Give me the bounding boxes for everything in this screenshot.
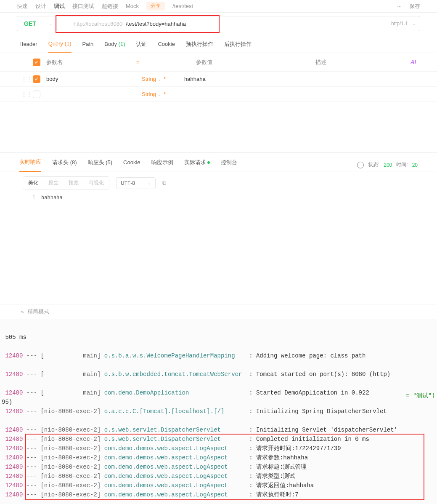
- console-line: 12480 --- [nio-8080-exec-2] com.demo.dem…: [2, 472, 437, 481]
- method-label: GET: [24, 20, 36, 27]
- tab-console[interactable]: 控制台: [221, 159, 237, 171]
- tab-realtime[interactable]: 实时响应: [19, 158, 41, 172]
- console-line: 12480 --- [ main] com.demo.DemoApplicati…: [2, 388, 437, 397]
- globe-icon[interactable]: [357, 162, 364, 168]
- status-code: 200: [384, 162, 392, 168]
- console-line: 12480 --- [ main] o.s.b.w.embedded.tomca…: [2, 370, 437, 379]
- footer-bar: « 精简模式: [0, 304, 437, 319]
- param-row: ⋮⋮String⌄*: [0, 87, 437, 102]
- mode-label[interactable]: 精简模式: [27, 308, 49, 315]
- console-line: [2, 379, 437, 388]
- tab-post[interactable]: 后执行操作: [224, 40, 252, 53]
- tab-design[interactable]: 设计: [35, 3, 46, 10]
- chevron-left-icon[interactable]: «: [21, 309, 24, 315]
- console-line: 12480 --- [nio-8080-exec-2] com.demo.dem…: [2, 444, 437, 453]
- console-line: 12480 --- [nio-8080-exec-2] com.demo.dem…: [2, 481, 437, 490]
- top-path: /test/test: [172, 3, 193, 9]
- ai-button[interactable]: AI: [411, 59, 416, 65]
- param-type[interactable]: String: [142, 91, 156, 97]
- time-label: 时间:: [396, 161, 408, 168]
- method-dropdown[interactable]: GET ⌄: [17, 16, 56, 31]
- tab-debug[interactable]: 调试: [54, 3, 65, 10]
- protocol-label: http/1.1: [391, 21, 412, 27]
- tab-resp-cookie[interactable]: Cookie: [123, 159, 140, 171]
- param-checkbox[interactable]: [33, 91, 40, 98]
- response-tabs: 实时响应 请求头 (8) 响应头 (5) Cookie 响应示例 实际请求 控制…: [0, 153, 437, 171]
- console-line: 12480 --- [nio-8080-exec-2] o.s.web.serv…: [2, 435, 437, 444]
- col-value: 参数值: [183, 59, 301, 66]
- body-content: hahhaha: [41, 195, 63, 200]
- status-label: 状态:: [368, 161, 379, 168]
- equals-icon: ≡: [136, 59, 140, 65]
- url-path: /test/test?body=hahhaha: [122, 21, 186, 27]
- view-preview[interactable]: 预览: [64, 177, 84, 189]
- view-visual[interactable]: 可视化: [84, 177, 109, 189]
- console-line: 95): [2, 397, 437, 407]
- encoding-dropdown[interactable]: UTF-8⌄: [116, 177, 156, 189]
- tab-link[interactable]: 超链接: [102, 3, 118, 10]
- tab-mock[interactable]: Mock: [126, 3, 139, 9]
- checkbox-all[interactable]: ✓: [33, 59, 40, 66]
- console-line: 12480 --- [nio-8080-exec-2] o.s.web.serv…: [2, 425, 437, 435]
- tab-example[interactable]: 响应示例: [151, 159, 173, 171]
- url-bar: GET ⌄ http://localhost:8080 /test/test?b…: [0, 13, 437, 35]
- param-header: ✓ 参数名 ≡ 参数值 描述 AI: [0, 53, 437, 72]
- view-raw[interactable]: 原生: [43, 177, 64, 189]
- col-desc: 描述: [307, 59, 405, 66]
- more-icon[interactable]: ···: [397, 3, 402, 9]
- url-input[interactable]: http://localhost:8080 /test/test?body=ha…: [56, 16, 420, 31]
- param-value[interactable]: hahhaha: [172, 76, 289, 82]
- console-line: 12480 --- [ main] o.s.b.a.w.s.WelcomePag…: [2, 351, 437, 360]
- response-body: 1hahhaha: [0, 195, 437, 304]
- tab-reqheader[interactable]: 请求头 (8): [52, 159, 77, 171]
- tab-header[interactable]: Header: [19, 41, 37, 52]
- tab-path[interactable]: Path: [82, 41, 94, 52]
- param-name[interactable]: body: [46, 76, 130, 82]
- copy-icon[interactable]: ⧉: [162, 180, 166, 187]
- chevron-down-icon: ⌄: [148, 181, 151, 185]
- share-badge[interactable]: 分享: [146, 2, 165, 11]
- tab-cookie[interactable]: Cookie: [158, 41, 175, 52]
- console-line: 12480 --- [nio-8080-exec-2] com.demo.dem…: [2, 490, 437, 499]
- save-button[interactable]: 保存: [409, 3, 420, 10]
- url-host: http://localhost:8080: [57, 21, 122, 27]
- console-line: 12480 --- [nio-8080-exec-2] o.a.c.c.C.[T…: [2, 407, 437, 416]
- top-tabs: 快速 设计 调试 接口测试 超链接 Mock 分享 /test/test ···…: [0, 0, 437, 13]
- drag-handle-icon[interactable]: ⋮⋮: [21, 91, 27, 98]
- view-mode-group: 美化 原生 预览 可视化: [23, 176, 109, 189]
- tab-quick[interactable]: 快速: [17, 3, 28, 10]
- tab-actual[interactable]: 实际请求: [184, 159, 210, 171]
- drag-handle-icon[interactable]: ⋮⋮: [21, 76, 27, 83]
- chevron-down-icon: ⌄: [158, 77, 161, 82]
- param-checkbox[interactable]: ✓: [33, 75, 40, 83]
- chevron-down-icon: ⌄: [158, 92, 161, 97]
- tab-resheader[interactable]: 响应头 (5): [88, 159, 113, 171]
- line-number: 1: [23, 195, 35, 200]
- col-name: 参数名: [46, 59, 130, 66]
- required-star-icon: *: [164, 91, 166, 97]
- time-value: 20: [412, 162, 418, 168]
- tab-pre[interactable]: 预执行操作: [186, 40, 213, 53]
- annotation-text: = "测试"): [406, 391, 435, 400]
- view-pretty[interactable]: 美化: [23, 177, 43, 189]
- console-line: [2, 416, 437, 425]
- tab-body[interactable]: Body (1): [104, 41, 125, 52]
- tab-apitest[interactable]: 接口测试: [72, 3, 94, 10]
- tab-query[interactable]: Query (1): [48, 40, 72, 53]
- chevron-down-icon: ⌄: [49, 21, 52, 26]
- required-star-icon: *: [164, 76, 166, 82]
- status-dot-icon: [207, 161, 210, 164]
- ide-console: 505 ms 12480 --- [ main] o.s.b.a.w.s.Wel…: [0, 319, 437, 504]
- param-row: ⋮⋮✓bodyString⌄*hahhaha: [0, 72, 437, 87]
- viewer-bar: 美化 原生 预览 可视化 UTF-8⌄ ⧉: [0, 171, 437, 195]
- param-type[interactable]: String: [142, 76, 156, 82]
- console-line: [2, 360, 437, 370]
- console-line: 12480 --- [nio-8080-exec-2] com.demo.dem…: [2, 453, 437, 462]
- chevron-down-icon[interactable]: ⌄: [412, 21, 420, 26]
- startup-time: 505 ms: [2, 333, 437, 342]
- tab-auth[interactable]: 认证: [136, 40, 147, 53]
- console-line: 12480 --- [nio-8080-exec-2] com.demo.dem…: [2, 462, 437, 472]
- request-tabs: Header Query (1) Path Body (1) 认证 Cookie…: [0, 35, 437, 53]
